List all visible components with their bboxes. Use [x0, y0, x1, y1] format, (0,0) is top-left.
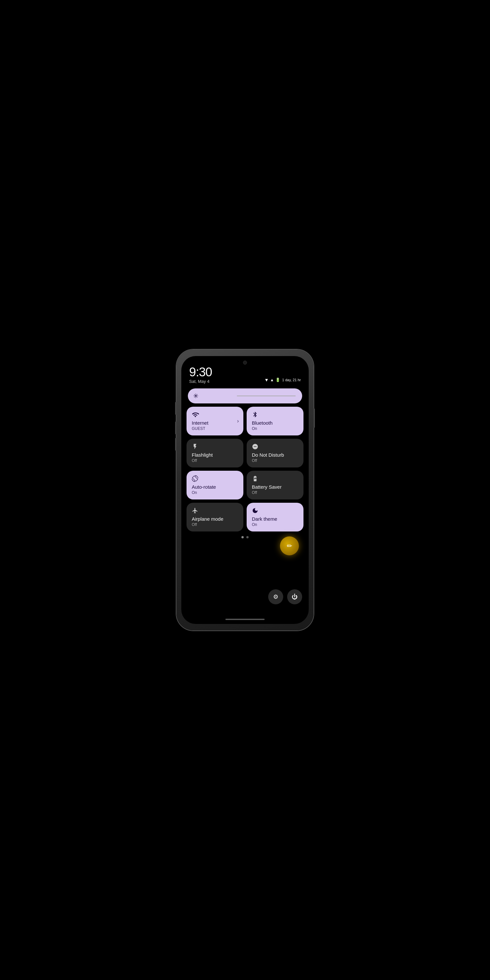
internet-sublabel: GUEST [192, 426, 238, 431]
tile-dark-theme[interactable]: Dark theme On [247, 503, 304, 531]
tile-airplane-mode[interactable]: Airplane mode Off [186, 503, 243, 531]
fab-container: ✏ [280, 536, 299, 555]
airplane-label: Airplane mode [192, 516, 238, 522]
flashlight-sublabel: Off [192, 458, 238, 463]
tile-bluetooth[interactable]: Bluetooth On [247, 407, 304, 436]
bottom-bar: ⚙ ⏻ [268, 589, 302, 605]
tile-internet[interactable]: Internet GUEST › [186, 407, 243, 436]
battery-icon: 🔋 [275, 378, 280, 382]
dnd-icon [252, 443, 258, 452]
phone-frame: 9:30 Sat, May 4 ▼ ▲ 🔋 1 day, 21 hr ✳ [177, 350, 313, 630]
edit-fab[interactable]: ✏ [280, 536, 299, 555]
battery-saver-icon [252, 475, 258, 484]
bluetooth-label: Bluetooth [252, 420, 298, 426]
phone-screen: 9:30 Sat, May 4 ▼ ▲ 🔋 1 day, 21 hr ✳ [181, 356, 309, 624]
battery-saver-sublabel: Off [252, 490, 298, 495]
battery-text: 1 day, 21 hr [282, 378, 301, 382]
dnd-sublabel: Off [252, 458, 298, 463]
clock: 9:30 [189, 366, 212, 378]
bluetooth-sublabel: On [252, 426, 298, 431]
battery-saver-label: Battery Saver [252, 484, 298, 490]
wifi-icon [192, 411, 199, 420]
brightness-slider[interactable]: ✳ [188, 388, 302, 403]
chevron-icon: › [237, 418, 239, 424]
dark-theme-icon [252, 508, 258, 515]
tile-dnd[interactable]: Do Not Disturb Off [247, 439, 304, 468]
dark-theme-label: Dark theme [252, 516, 298, 522]
bluetooth-icon [252, 411, 258, 420]
tile-flashlight[interactable]: Flashlight Off [186, 439, 243, 468]
tile-battery-saver[interactable]: Battery Saver Off [247, 471, 304, 500]
status-bar: 9:30 Sat, May 4 ▼ ▲ 🔋 1 day, 21 hr [181, 366, 309, 387]
date: Sat, May 4 [189, 379, 212, 384]
brightness-icon: ✳ [193, 392, 199, 400]
quick-tiles-grid: Internet GUEST › Bluetooth On [181, 407, 309, 531]
dot-1 [242, 536, 244, 538]
camera-area [181, 356, 309, 366]
edit-icon: ✏ [287, 542, 293, 550]
power-button[interactable]: ⏻ [287, 589, 302, 605]
dark-theme-sublabel: On [252, 522, 298, 527]
auto-rotate-label: Auto-rotate [192, 484, 238, 490]
dot-2 [246, 536, 248, 538]
wifi-status-icon: ▼ [264, 377, 269, 382]
auto-rotate-sublabel: On [192, 490, 238, 495]
airplane-sublabel: Off [192, 522, 238, 527]
camera-dot [243, 361, 247, 364]
settings-button[interactable]: ⚙ [268, 589, 283, 605]
dnd-label: Do Not Disturb [252, 452, 298, 458]
settings-icon: ⚙ [273, 593, 278, 600]
tile-auto-rotate[interactable]: Auto-rotate On [186, 471, 243, 500]
auto-rotate-icon [192, 475, 198, 484]
power-icon: ⏻ [292, 593, 298, 600]
status-icons: ▼ ▲ 🔋 1 day, 21 hr [264, 377, 301, 384]
home-indicator[interactable] [225, 619, 265, 620]
brightness-line [237, 396, 296, 396]
flashlight-icon [192, 443, 198, 452]
time-section: 9:30 Sat, May 4 [189, 366, 212, 384]
airplane-icon [192, 508, 198, 515]
signal-icon: ▲ [270, 378, 274, 382]
internet-label: Internet [192, 420, 238, 426]
flashlight-label: Flashlight [192, 452, 238, 458]
brightness-container: ✳ [181, 387, 309, 407]
